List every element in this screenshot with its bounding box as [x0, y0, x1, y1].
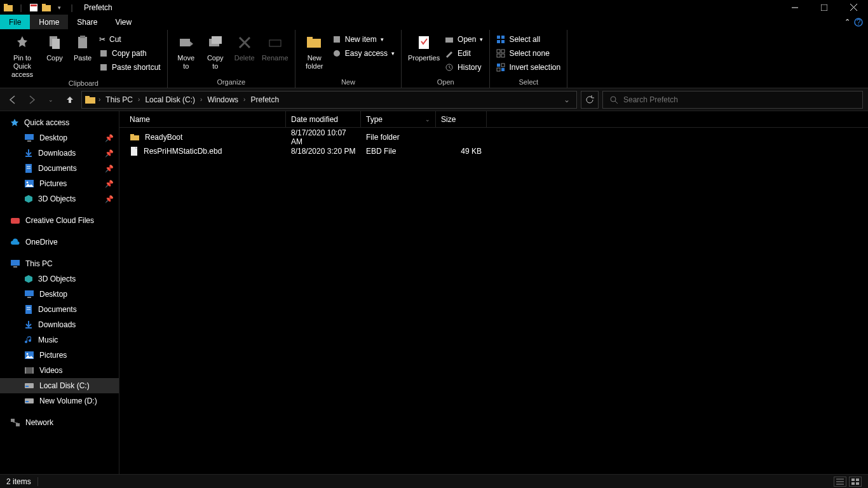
- nav-this-pc[interactable]: This PC: [0, 256, 119, 271]
- new-item-button[interactable]: New item▾: [330, 32, 397, 46]
- col-name[interactable]: Name: [125, 111, 286, 127]
- forward-button[interactable]: [24, 92, 39, 107]
- svg-rect-37: [497, 54, 500, 57]
- breadcrumb[interactable]: Windows: [205, 95, 241, 104]
- col-size[interactable]: Size: [436, 111, 487, 127]
- col-type[interactable]: Type⌄: [361, 111, 436, 127]
- address-dropdown-icon[interactable]: ⌄: [560, 95, 574, 104]
- group-open-label: Open: [437, 76, 454, 88]
- new-folder-button[interactable]: New folder: [299, 31, 330, 71]
- copy-path-button[interactable]: Copy path: [97, 46, 163, 60]
- chevron-right-icon: ›: [241, 96, 248, 103]
- svg-rect-85: [856, 482, 859, 485]
- nav-item[interactable]: Local Disk (C:): [0, 378, 119, 393]
- rename-button[interactable]: Rename: [259, 31, 291, 62]
- navigation-pane[interactable]: Quick access Desktop📌Downloads📌Documents…: [0, 111, 119, 474]
- search-box[interactable]: [602, 91, 863, 109]
- svg-rect-55: [11, 218, 20, 224]
- svg-rect-38: [501, 54, 505, 57]
- nav-item[interactable]: Desktop📌: [0, 130, 119, 146]
- properties-qat-icon[interactable]: [28, 2, 39, 13]
- minimize-button[interactable]: [780, 0, 810, 15]
- copy-button[interactable]: Copy: [41, 31, 69, 62]
- nav-item[interactable]: Desktop: [0, 287, 119, 302]
- svg-rect-31: [497, 36, 500, 39]
- pin-icon: 📌: [105, 165, 114, 173]
- breadcrumb[interactable]: This PC: [103, 95, 135, 104]
- nav-item[interactable]: 3D Objects: [0, 271, 119, 287]
- star-icon: [10, 118, 19, 127]
- nav-item[interactable]: Downloads📌: [0, 146, 119, 161]
- address-bar-row: ⌄ › This PC›Local Disk (C:)›Windows›Pref…: [0, 88, 868, 111]
- select-all-button[interactable]: Select all: [494, 32, 563, 46]
- view-details-button[interactable]: [834, 477, 846, 487]
- pc-icon: [10, 259, 20, 268]
- col-date[interactable]: Date modified: [286, 111, 361, 127]
- move-to-button[interactable]: Move to: [172, 31, 201, 71]
- cube-icon: [24, 194, 33, 203]
- address-bar[interactable]: › This PC›Local Disk (C:)›Windows›Prefet…: [81, 91, 577, 109]
- tab-file[interactable]: File: [0, 15, 30, 29]
- open-icon: [445, 35, 454, 44]
- tab-view[interactable]: View: [106, 15, 140, 29]
- nav-onedrive[interactable]: OneDrive: [0, 234, 119, 250]
- tab-share[interactable]: Share: [68, 15, 106, 29]
- delete-button[interactable]: Delete: [230, 31, 259, 62]
- up-button[interactable]: [62, 92, 78, 107]
- svg-rect-20: [212, 36, 222, 44]
- shortcut-icon: [99, 63, 108, 72]
- file-row[interactable]: ResPriHMStaticDb.ebd8/18/2020 3:20 PMEBD…: [119, 144, 868, 158]
- nav-creative-cloud[interactable]: Creative Cloud Files: [0, 213, 119, 228]
- svg-rect-14: [78, 37, 87, 48]
- nav-item[interactable]: Documents: [0, 302, 119, 317]
- paste-button[interactable]: Paste: [69, 31, 97, 62]
- tab-home[interactable]: Home: [30, 15, 68, 29]
- collapse-ribbon-icon[interactable]: ⌃: [844, 18, 850, 26]
- select-none-button[interactable]: Select none: [494, 46, 563, 60]
- nav-item[interactable]: Pictures📌: [0, 176, 119, 191]
- svg-rect-68: [32, 367, 34, 374]
- close-button[interactable]: [839, 0, 868, 15]
- titlebar: | ▾ | Prefetch: [0, 0, 868, 15]
- properties-button[interactable]: Properties: [405, 31, 442, 62]
- history-button[interactable]: History: [442, 60, 485, 74]
- copy-to-button[interactable]: Copy to: [201, 31, 230, 71]
- folder-icon: [130, 133, 140, 142]
- pin-quickaccess-button[interactable]: Pin to Quick access: [4, 31, 41, 79]
- nav-item[interactable]: Videos: [0, 363, 119, 378]
- nav-quick-access[interactable]: Quick access: [0, 115, 119, 130]
- breadcrumb[interactable]: Prefetch: [248, 95, 281, 104]
- nav-network[interactable]: Network: [0, 415, 119, 430]
- cube-icon: [24, 274, 33, 283]
- search-input[interactable]: [623, 95, 856, 104]
- back-button[interactable]: [5, 92, 20, 107]
- open-button[interactable]: Open▾: [442, 32, 485, 46]
- file-row[interactable]: ReadyBoot8/17/2020 10:07 AMFile folder: [119, 130, 868, 144]
- nav-item[interactable]: Documents📌: [0, 161, 119, 176]
- group-clipboard-label: Clipboard: [69, 79, 98, 88]
- paste-shortcut-button[interactable]: Paste shortcut: [97, 60, 163, 74]
- nav-item[interactable]: Downloads: [0, 317, 119, 332]
- refresh-button[interactable]: [581, 91, 599, 109]
- qat-dropdown-icon[interactable]: ▾: [53, 2, 65, 13]
- file-list[interactable]: ReadyBoot8/17/2020 10:07 AMFile folderRe…: [119, 128, 868, 474]
- moveto-icon: [176, 32, 196, 53]
- cut-button[interactable]: ✂Cut: [97, 32, 163, 46]
- invert-selection-button[interactable]: Invert selection: [494, 60, 563, 74]
- help-icon[interactable]: ?: [854, 18, 863, 27]
- svg-rect-77: [130, 134, 134, 136]
- file-icon: [130, 146, 139, 156]
- nav-item[interactable]: Music: [0, 332, 119, 348]
- nav-item[interactable]: 3D Objects📌: [0, 191, 119, 207]
- nav-item[interactable]: Pictures: [0, 348, 119, 363]
- breadcrumb[interactable]: Local Disk (C:): [142, 95, 198, 104]
- folder-qat-icon[interactable]: [41, 2, 52, 13]
- maximize-button[interactable]: [810, 0, 839, 15]
- recent-dropdown-icon[interactable]: ⌄: [43, 92, 58, 107]
- edit-button[interactable]: Edit: [442, 46, 485, 60]
- view-thumbnails-button[interactable]: [849, 477, 862, 487]
- easy-access-button[interactable]: Easy access▾: [330, 46, 397, 60]
- svg-rect-34: [501, 40, 505, 43]
- onedrive-icon: [10, 238, 20, 246]
- nav-item[interactable]: New Volume (D:): [0, 393, 119, 409]
